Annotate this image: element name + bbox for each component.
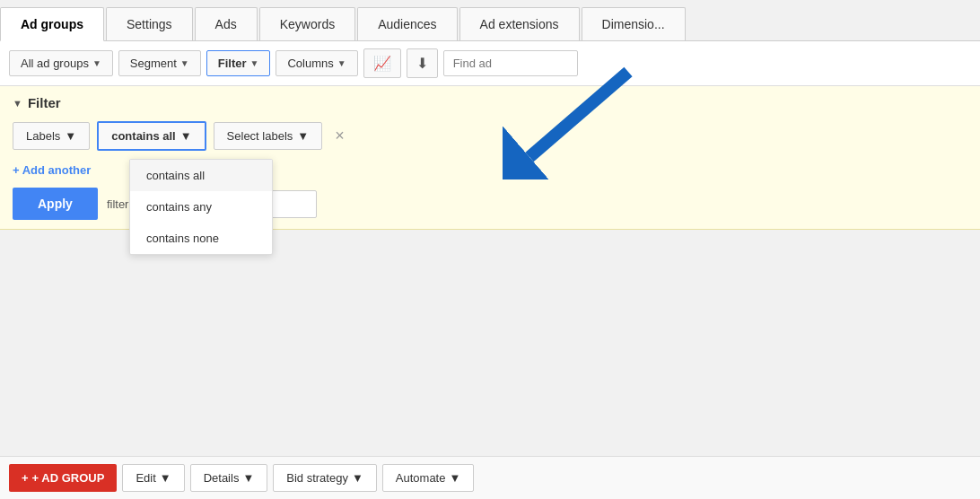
automate-caret: ▼ — [449, 471, 460, 485]
bid-strategy-btn[interactable]: Bid strategy ▼ — [273, 464, 377, 492]
tab-keywords[interactable]: Keywords — [259, 7, 355, 40]
tab-settings[interactable]: Settings — [106, 7, 193, 40]
columns-caret: ▼ — [337, 58, 346, 68]
select-labels-caret: ▼ — [297, 129, 309, 143]
dropdown-item-contains-all[interactable]: contains all — [130, 160, 272, 191]
automate-label: Automate — [396, 471, 446, 485]
toolbar: All ad groups ▼ Segment ▼ Filter ▼ Colum… — [0, 41, 980, 86]
select-labels-label: Select labels — [227, 129, 293, 143]
automate-btn[interactable]: Automate ▼ — [382, 464, 475, 492]
contains-all-caret: ▼ — [180, 129, 192, 143]
segment-caret: ▼ — [180, 58, 189, 68]
filter-caret: ▼ — [250, 58, 259, 68]
add-group-label: + AD GROUP — [32, 471, 105, 485]
tab-bar: Ad groups Settings Ads Keywords Audience… — [0, 0, 980, 41]
tab-dimensions[interactable]: Dimensio... — [582, 7, 686, 40]
all-ad-groups-label: All ad groups — [21, 57, 89, 70]
filter-label: Filter — [218, 57, 247, 70]
filter-section: ▼ Filter Labels ▼ contains all ▼ Select … — [0, 86, 980, 230]
tab-ad-extensions[interactable]: Ad extensions — [459, 7, 580, 40]
details-btn[interactable]: Details ▼ — [190, 464, 268, 492]
segment-label: Segment — [130, 57, 177, 70]
download-btn[interactable]: ⬇ — [407, 48, 438, 78]
bottom-bar: + + AD GROUP Edit ▼ Details ▼ Bid strate… — [0, 456, 980, 499]
filter-btn[interactable]: Filter ▼ — [206, 50, 271, 76]
edit-caret: ▼ — [160, 471, 171, 485]
dropdown-item-contains-any[interactable]: contains any — [130, 191, 272, 223]
dropdown-item-contains-none[interactable]: contains none — [130, 223, 272, 254]
all-ad-groups-btn[interactable]: All ad groups ▼ — [9, 50, 113, 76]
labels-caret: ▼ — [65, 129, 76, 143]
details-label: Details — [204, 471, 240, 485]
bid-strategy-caret: ▼ — [352, 471, 363, 485]
filter-title: Filter — [28, 95, 61, 110]
add-group-btn[interactable]: + + AD GROUP — [9, 464, 117, 492]
chart-icon: 📈 — [373, 56, 391, 71]
segment-btn[interactable]: Segment ▼ — [118, 50, 201, 76]
labels-btn[interactable]: Labels ▼ — [13, 122, 90, 150]
save-filter-label: filter — [107, 197, 129, 211]
contains-all-label: contains all — [111, 129, 176, 143]
find-input[interactable] — [443, 50, 578, 76]
select-labels-btn[interactable]: Select labels ▼ — [214, 122, 323, 150]
columns-btn[interactable]: Columns ▼ — [276, 50, 357, 76]
edit-btn[interactable]: Edit ▼ — [122, 464, 184, 492]
add-another-link[interactable]: + Add another — [13, 160, 91, 180]
filter-row: Labels ▼ contains all ▼ Select labels ▼ … — [13, 121, 967, 151]
tab-audiences[interactable]: Audiences — [357, 7, 457, 40]
apply-btn[interactable]: Apply — [13, 188, 98, 220]
all-ad-groups-caret: ▼ — [92, 58, 101, 68]
contains-dropdown: contains all contains any contains none — [129, 159, 273, 255]
details-caret: ▼ — [242, 471, 254, 485]
tab-ads[interactable]: Ads — [195, 7, 258, 40]
chart-btn[interactable]: 📈 — [363, 48, 401, 78]
close-filter-btn[interactable]: × — [329, 127, 350, 145]
labels-label: Labels — [26, 129, 60, 143]
edit-label: Edit — [136, 471, 155, 485]
bid-strategy-label: Bid strategy — [286, 471, 348, 485]
columns-label: Columns — [287, 57, 333, 70]
collapse-triangle[interactable]: ▼ — [13, 98, 22, 109]
contains-all-btn[interactable]: contains all ▼ — [97, 121, 206, 151]
tab-ad-groups[interactable]: Ad groups — [0, 7, 104, 41]
plus-icon: + — [22, 471, 29, 485]
filter-header: ▼ Filter — [13, 95, 967, 110]
download-icon: ⬇ — [416, 56, 428, 71]
